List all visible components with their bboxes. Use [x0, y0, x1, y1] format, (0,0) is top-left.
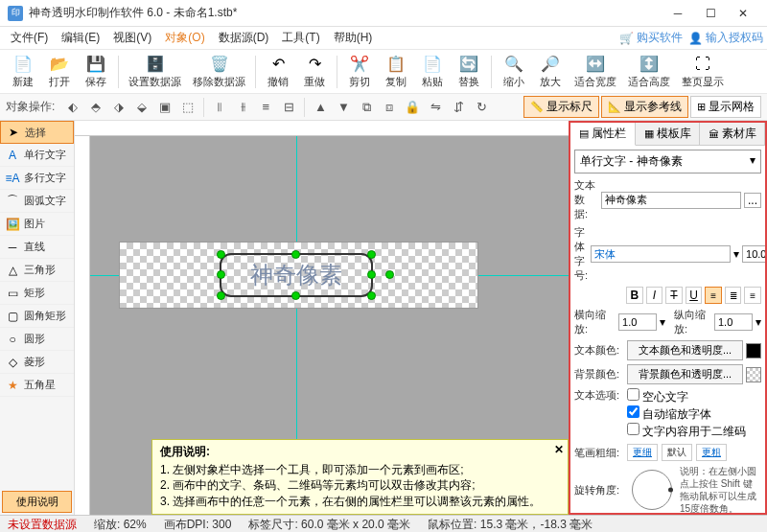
tool-ellipse[interactable]: ◇菱形 — [0, 351, 74, 374]
cut-button[interactable]: ✂️剪切 — [342, 53, 377, 91]
paste-button[interactable]: 📄粘贴 — [415, 53, 450, 91]
align-top-icon[interactable]: ⬙ — [131, 97, 152, 118]
handle-nw[interactable] — [217, 250, 225, 259]
vscale-input[interactable] — [714, 313, 753, 331]
handle-n[interactable] — [291, 250, 300, 259]
show-ruler-toggle[interactable]: 📏 显示标尺 — [523, 96, 599, 118]
text-object[interactable]: 神奇像素 — [220, 253, 373, 297]
fitwidth-button[interactable]: ↔️适合宽度 — [569, 53, 621, 91]
handle-s[interactable] — [291, 291, 300, 300]
tool-circle[interactable]: ○圆形 — [0, 328, 74, 351]
handle-sw[interactable] — [217, 291, 225, 300]
redo-button[interactable]: ↷重做 — [297, 53, 332, 91]
license-link[interactable]: 👤 输入授权码 — [688, 30, 763, 46]
align-center-icon[interactable]: ⬘ — [85, 97, 106, 118]
tab-templates[interactable]: ▦ 模板库 — [636, 123, 701, 145]
font-select[interactable] — [591, 245, 731, 263]
text-color-swatch[interactable] — [746, 343, 761, 359]
bold-button[interactable]: B — [626, 287, 643, 304]
save-button[interactable]: 💾保存 — [79, 53, 113, 91]
tool-arc-text[interactable]: ⌒圆弧文字 — [0, 190, 74, 213]
close-button[interactable]: ✕ — [727, 1, 759, 26]
text-color-button[interactable]: 文本颜色和透明度... — [627, 340, 743, 360]
handle-rotate[interactable] — [385, 270, 394, 279]
send-back-icon[interactable]: ▼ — [333, 97, 354, 118]
thinner-button[interactable]: 更细 — [627, 444, 658, 461]
menu-help[interactable]: 帮助(H) — [327, 27, 380, 49]
handle-e[interactable] — [367, 270, 376, 279]
zoomin-button[interactable]: 🔎放大 — [533, 53, 568, 91]
tool-single-text[interactable]: A单行文字 — [0, 144, 74, 167]
chevron-down-icon[interactable]: ▾ — [750, 153, 755, 170]
buy-link[interactable]: 🛒 购买软件 — [619, 30, 683, 46]
menu-object[interactable]: 对象(O) — [158, 27, 211, 49]
tool-triangle[interactable]: △三角形 — [0, 259, 74, 282]
thicker-button[interactable]: 更粗 — [696, 444, 727, 461]
qrcode-checkbox[interactable] — [627, 423, 639, 435]
distribute-v-icon[interactable]: ⫵ — [232, 97, 253, 118]
flip-h-icon[interactable]: ⇋ — [425, 97, 446, 118]
rotate-icon[interactable]: ↻ — [471, 97, 492, 118]
strike-button[interactable]: T — [665, 287, 683, 304]
new-button[interactable]: 📄新建 — [6, 53, 40, 91]
maximize-button[interactable]: ☐ — [694, 1, 727, 26]
menu-edit[interactable]: 编辑(E) — [55, 27, 106, 49]
group-icon[interactable]: ⧉ — [356, 97, 377, 118]
align-right-icon[interactable]: ⬗ — [108, 97, 129, 118]
tool-image[interactable]: 🖼️图片 — [0, 213, 74, 236]
help-close-icon[interactable]: ✕ — [554, 442, 564, 458]
zoomout-button[interactable]: 🔍缩小 — [497, 53, 531, 91]
menu-datasource[interactable]: 数据源(D) — [212, 27, 276, 49]
tool-select[interactable]: ➤选择 — [0, 121, 74, 144]
font-size-input[interactable] — [742, 245, 765, 263]
menu-file[interactable]: 文件(F) — [4, 27, 55, 49]
distribute-h-icon[interactable]: ⫴ — [209, 97, 230, 118]
show-guides-toggle[interactable]: 📐 显示参考线 — [601, 96, 688, 118]
text-data-more-button[interactable]: ... — [744, 193, 761, 208]
hollow-checkbox[interactable] — [627, 388, 639, 401]
align-right-button[interactable]: ≡ — [744, 287, 761, 304]
tool-line[interactable]: ─直线 — [0, 236, 74, 259]
open-button[interactable]: 📂打开 — [42, 53, 77, 91]
flip-v-icon[interactable]: ⇵ — [448, 97, 469, 118]
tab-assets[interactable]: 🏛 素材库 — [700, 123, 765, 145]
tool-multi-text[interactable]: ≡A多行文字 — [0, 167, 74, 190]
help-button[interactable]: 使用说明 — [2, 491, 72, 513]
align-left-button[interactable]: ≡ — [705, 287, 722, 304]
align-center-button[interactable]: ≣ — [725, 287, 742, 304]
copy-button[interactable]: 📋复制 — [379, 53, 413, 91]
bring-front-icon[interactable]: ▲ — [310, 97, 331, 118]
tab-properties[interactable]: ▤ 属性栏 — [570, 123, 636, 146]
bg-color-button[interactable]: 背景颜色和透明度... — [627, 364, 743, 384]
tool-roundrect[interactable]: ▢圆角矩形 — [0, 305, 74, 328]
align-bottom-icon[interactable]: ⬚ — [177, 97, 198, 118]
tool-rect[interactable]: ▭矩形 — [0, 282, 74, 305]
autoshrink-checkbox[interactable] — [627, 405, 639, 418]
same-height-icon[interactable]: ⊟ — [278, 97, 299, 118]
tool-star[interactable]: ★五角星 — [0, 374, 74, 397]
italic-button[interactable]: I — [646, 287, 663, 304]
ungroup-icon[interactable]: ⧈ — [379, 97, 400, 118]
ruler-vertical[interactable] — [75, 136, 90, 515]
align-middle-icon[interactable]: ▣ — [154, 97, 175, 118]
hscale-input[interactable] — [618, 313, 657, 331]
rotation-dial[interactable] — [632, 470, 672, 510]
set-datasource-button[interactable]: 🗄️设置数据源 — [124, 53, 186, 91]
menu-view[interactable]: 视图(V) — [106, 27, 158, 49]
handle-ne[interactable] — [367, 250, 376, 259]
panel-header[interactable]: 单行文字 - 神奇像素▾ — [574, 150, 761, 173]
fitheight-button[interactable]: ↕️适合高度 — [623, 53, 675, 91]
lock-icon[interactable]: 🔒 — [402, 97, 423, 118]
align-left-icon[interactable]: ⬖ — [62, 97, 83, 118]
undo-button[interactable]: ↶撤销 — [261, 53, 295, 91]
menu-tools[interactable]: 工具(T) — [275, 27, 326, 49]
default-thick-button[interactable]: 默认 — [662, 444, 692, 461]
underline-button[interactable]: U — [686, 287, 703, 304]
ruler-horizontal[interactable] — [75, 121, 569, 136]
replace-button[interactable]: 🔄替换 — [452, 53, 486, 91]
same-width-icon[interactable]: ≡ — [255, 97, 276, 118]
text-data-input[interactable] — [601, 192, 741, 209]
bg-color-swatch[interactable] — [746, 367, 761, 382]
remove-datasource-button[interactable]: 🗑️移除数据源 — [188, 53, 250, 91]
show-grid-toggle[interactable]: ⊞ 显示网格 — [690, 96, 761, 118]
